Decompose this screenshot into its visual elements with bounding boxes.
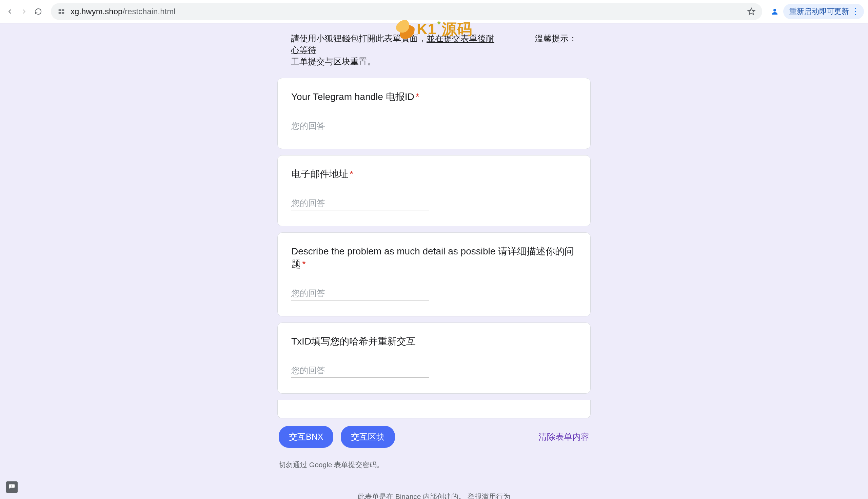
form-footer-note: 此表单是在 Binance 内部创建的。 举报滥用行为 <box>277 492 591 499</box>
back-button[interactable] <box>4 6 15 17</box>
report-abuse-link[interactable]: 举报滥用行为 <box>467 492 510 499</box>
forward-button[interactable] <box>18 6 30 17</box>
question-label: 电子邮件地址* <box>291 168 577 181</box>
password-warning: 切勿通过 Google 表单提交密码。 <box>277 460 591 470</box>
svg-marker-4 <box>748 8 755 15</box>
question-label: Describe the problem as much detail as p… <box>291 245 577 271</box>
reload-button[interactable] <box>33 6 44 17</box>
svg-rect-0 <box>59 10 61 11</box>
feedback-badge[interactable] <box>6 482 17 493</box>
question-card-describe: Describe the problem as much detail as p… <box>277 232 591 316</box>
intro-left-text: 請使用小狐狸錢包打開此表單頁面，並在提交表單後耐心等待 工单提交与区块重置。 <box>291 33 494 67</box>
question-card-txid: TxID填写您的哈希并重新交互 <box>277 322 591 394</box>
question-card-email: 电子邮件地址* <box>277 155 591 226</box>
update-label: 重新启动即可更新 <box>789 7 849 16</box>
actions-row: 交互BNX 交互区块 清除表单内容 <box>277 426 591 448</box>
site-settings-icon[interactable] <box>58 8 65 15</box>
svg-rect-3 <box>62 13 64 14</box>
profile-button[interactable] <box>769 6 781 17</box>
submit-bnx-button[interactable]: 交互BNX <box>279 426 333 448</box>
address-bar[interactable]: xg.hwym.shop/restchain.html <box>51 3 762 20</box>
telegram-input[interactable] <box>291 120 429 133</box>
svg-point-5 <box>773 9 776 12</box>
relaunch-to-update-button[interactable]: 重新启动即可更新 ⋮ <box>783 4 864 19</box>
form-footer-card <box>277 400 591 418</box>
url-text: xg.hwym.shop/restchain.html <box>71 7 742 16</box>
bookmark-star-icon[interactable] <box>747 8 756 15</box>
svg-rect-1 <box>62 10 64 11</box>
question-label: Your Telegram handle 电报ID* <box>291 90 577 103</box>
browser-toolbar: xg.hwym.shop/restchain.html 重新启动即可更新 ⋮ <box>0 0 868 23</box>
svg-rect-2 <box>59 13 61 14</box>
question-label: TxID填写您的哈希并重新交互 <box>291 335 577 348</box>
submit-block-button[interactable]: 交互区块 <box>341 426 395 448</box>
intro-tip-label: 溫馨提示： <box>535 33 577 67</box>
describe-input[interactable] <box>291 287 429 301</box>
email-input[interactable] <box>291 197 429 210</box>
question-card-telegram: Your Telegram handle 电报ID* <box>277 78 591 149</box>
form-intro: 請使用小狐狸錢包打開此表單頁面，並在提交表單後耐心等待 工单提交与区块重置。 溫… <box>277 23 591 72</box>
creator-note: 此表单是在 Binance 内部创建的。 <box>358 492 467 499</box>
page-body: K1✦源码 請使用小狐狸錢包打開此表單頁面，並在提交表單後耐心等待 工单提交与区… <box>0 23 868 499</box>
txid-input[interactable] <box>291 364 429 378</box>
clear-form-link[interactable]: 清除表单内容 <box>538 431 589 442</box>
